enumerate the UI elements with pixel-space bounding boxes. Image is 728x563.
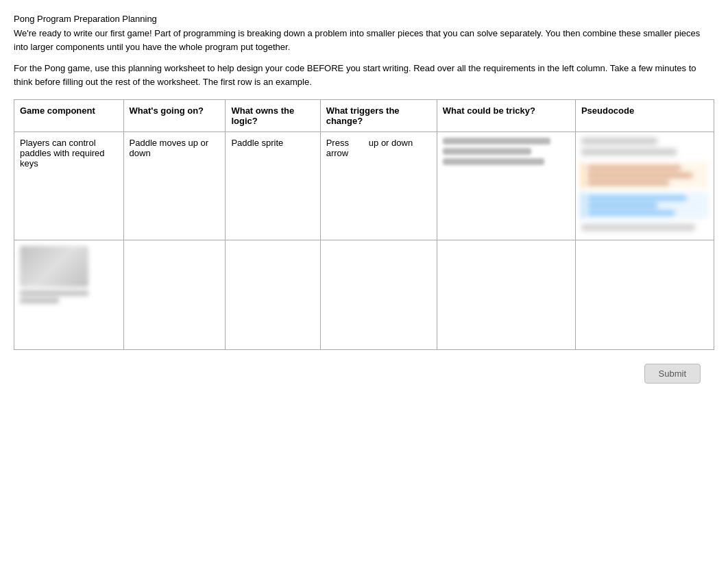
blurred-image-placeholder: [20, 246, 118, 303]
cell-whats-going-on-2: [123, 240, 226, 350]
tricky-blurred-line-3: [443, 158, 544, 165]
header-game-component: Game component: [14, 100, 124, 132]
cell-pseudocode-2: [575, 240, 714, 350]
pseudo-line-1: [581, 138, 657, 145]
cell-whats-going-on-example: Paddle moves up or down: [123, 132, 226, 240]
header-whats-going-on: What's going on?: [123, 100, 226, 132]
submit-button[interactable]: Submit: [644, 364, 701, 384]
header-triggers-change: What triggers the change?: [320, 100, 437, 132]
pseudo-line-2: [581, 149, 677, 155]
cell-tricky-2: [437, 240, 575, 350]
pseudo-blurred-wrapper: [581, 138, 708, 231]
cell-what-owns-example: Paddle sprite: [226, 132, 320, 240]
tricky-blurred-line-1: [443, 138, 550, 145]
table-header-row: Game component What's going on? What own…: [14, 100, 714, 132]
triggers-press-text: Press: [326, 138, 349, 148]
header-tricky: What could be tricky?: [437, 100, 575, 132]
planning-table: Game component What's going on? What own…: [14, 99, 714, 350]
header-owns-logic: What owns the logic?: [226, 100, 320, 132]
bottom-area: Submit: [14, 364, 714, 384]
cell-tricky-example: [437, 132, 575, 240]
table-row-example: Players can control paddles with require…: [14, 132, 714, 240]
pseudo-code-block-1: [581, 162, 708, 188]
cell-pseudocode-example: [575, 132, 714, 240]
cell-game-component-example: Players can control paddles with require…: [14, 132, 124, 240]
cell-triggers-example: Press up or down arrow: [320, 132, 437, 240]
header-pseudocode: Pseudocode: [575, 100, 714, 132]
cell-triggers-2: [320, 240, 437, 350]
cell-game-component-2: [14, 240, 124, 350]
page-title: Pong Program Preparation Planning: [14, 14, 714, 24]
tricky-blurred-line-2: [443, 148, 532, 155]
pseudo-line-bottom: [581, 224, 696, 231]
intro-paragraph: We're ready to write our first game! Par…: [14, 27, 714, 53]
pseudo-code-block-2: [581, 192, 708, 218]
instructions-paragraph: For the Pong game, use this planning wor…: [14, 62, 714, 88]
table-row-2: [14, 240, 714, 350]
cell-what-owns-2: [226, 240, 320, 350]
